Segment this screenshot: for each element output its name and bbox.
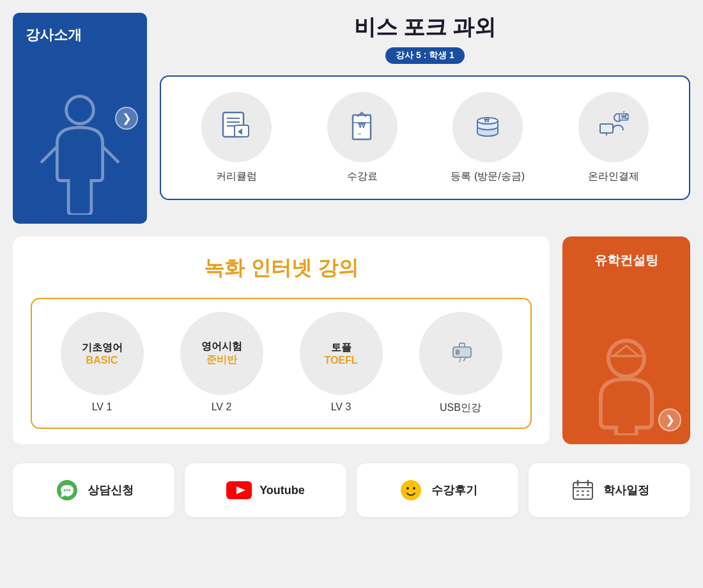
curriculum-label: 커리큘럼 bbox=[216, 170, 257, 183]
top-content: 비스 포크 과외 강사 5 : 학생 1 커리큘럼 bbox=[160, 13, 690, 224]
tuition-icon: ₩ = bbox=[344, 109, 381, 146]
lv2-item: 영어시험 준비반 LV 2 bbox=[174, 312, 270, 415]
svg-point-43 bbox=[401, 480, 421, 500]
teacher-student-badge: 강사 5 : 학생 1 bbox=[385, 47, 465, 64]
tuition-label: 수강료 bbox=[347, 170, 378, 183]
svg-line-27 bbox=[626, 114, 628, 115]
schedule-card[interactable]: 학사일정 bbox=[529, 463, 690, 517]
curriculum-item: 커리큘럼 bbox=[198, 92, 275, 183]
usb-item: USB인강 bbox=[413, 312, 509, 415]
registration-item: ₩ 등록 (방문/송금) bbox=[449, 92, 526, 183]
lecture-title: 녹화 인터넷 강의 bbox=[204, 254, 359, 282]
study-abroad-box: 유학컨설팅 ❯ bbox=[562, 236, 690, 444]
sidebar-title: 강사소개 bbox=[26, 26, 82, 45]
svg-text:₩: ₩ bbox=[484, 118, 490, 124]
top-section: 강사소개 ❯ 비스 포크 과외 강사 5 : 학생 1 bbox=[0, 0, 703, 236]
online-payment-item: ₩ 온라인결제 bbox=[575, 92, 652, 183]
svg-rect-50 bbox=[576, 490, 579, 492]
lv1-circle: 기초영어 BASIC bbox=[61, 312, 144, 395]
lv3-circle: 토플 TOEFL bbox=[300, 312, 383, 395]
page-title: 비스 포크 과외 bbox=[354, 13, 497, 42]
lv1-en: BASIC bbox=[86, 355, 118, 366]
service-icon-grid: 커리큘럼 ₩ = 수강료 bbox=[160, 75, 690, 200]
svg-line-33 bbox=[460, 357, 461, 362]
lv1-item: 기초영어 BASIC LV 1 bbox=[54, 312, 150, 415]
curriculum-icon bbox=[218, 109, 255, 146]
sidebar-figure bbox=[38, 93, 121, 217]
youtube-label: Youtube bbox=[259, 484, 305, 497]
usb-circle bbox=[419, 312, 502, 395]
online-payment-icon-circle: ₩ bbox=[578, 92, 649, 162]
svg-point-0 bbox=[66, 97, 94, 124]
lv1-label: LV 1 bbox=[92, 401, 112, 413]
lecture-inner-box: 기초영어 BASIC LV 1 영어시험 준비반 LV 2 토플 TOEFL bbox=[31, 298, 532, 429]
svg-rect-52 bbox=[587, 490, 589, 492]
svg-rect-51 bbox=[582, 490, 584, 492]
online-payment-label: 온라인결제 bbox=[588, 170, 639, 183]
lv3-en: TOEFL bbox=[324, 355, 357, 366]
svg-rect-54 bbox=[582, 494, 584, 496]
registration-icon: ₩ bbox=[469, 109, 506, 146]
bottom-section: 상담신청 Youtube 수강후기 bbox=[0, 457, 703, 530]
consult-card[interactable]: 상담신청 bbox=[13, 463, 174, 517]
tuition-item: ₩ = 수강료 bbox=[324, 92, 401, 183]
svg-text:=: = bbox=[358, 130, 361, 137]
study-arrow-icon: ❯ bbox=[665, 413, 675, 427]
svg-point-40 bbox=[68, 490, 70, 491]
lecture-box: 녹화 인터넷 강의 기초영어 BASIC LV 1 영어시험 준비반 LV 2 bbox=[13, 236, 550, 444]
svg-rect-31 bbox=[456, 350, 460, 355]
registration-label: 등록 (방문/송금) bbox=[451, 170, 525, 183]
lv1-ko: 기초영어 bbox=[82, 341, 123, 355]
svg-rect-21 bbox=[600, 124, 613, 133]
lv2-label: LV 2 bbox=[212, 401, 232, 413]
review-card[interactable]: 수강후기 bbox=[357, 463, 518, 517]
sidebar-arrow[interactable]: ❯ bbox=[115, 107, 138, 130]
svg-text:₩: ₩ bbox=[358, 121, 366, 130]
study-abroad-title: 유학컨설팅 bbox=[594, 252, 658, 269]
lv3-ko: 토플 bbox=[331, 341, 352, 355]
svg-point-39 bbox=[66, 490, 68, 491]
calendar-icon bbox=[570, 477, 596, 503]
lv2-en: 준비반 bbox=[206, 353, 237, 367]
study-abroad-arrow[interactable]: ❯ bbox=[658, 408, 681, 431]
lv2-circle: 영어시험 준비반 bbox=[180, 312, 263, 395]
svg-rect-30 bbox=[460, 343, 465, 347]
svg-rect-55 bbox=[587, 494, 589, 496]
svg-marker-36 bbox=[614, 346, 639, 356]
sidebar: 강사소개 ❯ bbox=[13, 13, 147, 224]
arrow-icon: ❯ bbox=[122, 111, 132, 125]
svg-rect-53 bbox=[576, 494, 579, 496]
usb-label: USB인강 bbox=[440, 401, 481, 415]
lv2-ko: 영어시험 bbox=[201, 340, 242, 353]
youtube-icon bbox=[226, 477, 252, 503]
tuition-icon-circle: ₩ = bbox=[327, 92, 398, 162]
curriculum-icon-circle bbox=[201, 92, 272, 162]
lv3-item: 토플 TOEFL LV 3 bbox=[293, 312, 389, 415]
svg-line-28 bbox=[626, 118, 628, 119]
middle-section: 녹화 인터넷 강의 기초영어 BASIC LV 1 영어시험 준비반 LV 2 bbox=[0, 236, 703, 457]
lv3-label: LV 3 bbox=[331, 401, 352, 413]
svg-point-45 bbox=[413, 487, 415, 490]
smile-icon bbox=[398, 477, 424, 503]
consult-label: 상담신청 bbox=[88, 483, 134, 498]
usb-icon bbox=[442, 334, 480, 373]
youtube-card[interactable]: Youtube bbox=[185, 463, 346, 517]
schedule-label: 학사일정 bbox=[603, 483, 649, 498]
chat-icon bbox=[54, 477, 80, 503]
svg-line-26 bbox=[623, 111, 624, 112]
online-payment-icon: ₩ bbox=[595, 109, 632, 146]
svg-point-44 bbox=[406, 487, 409, 490]
review-label: 수강후기 bbox=[431, 483, 477, 498]
registration-icon-circle: ₩ bbox=[452, 92, 523, 162]
svg-point-38 bbox=[63, 490, 65, 491]
